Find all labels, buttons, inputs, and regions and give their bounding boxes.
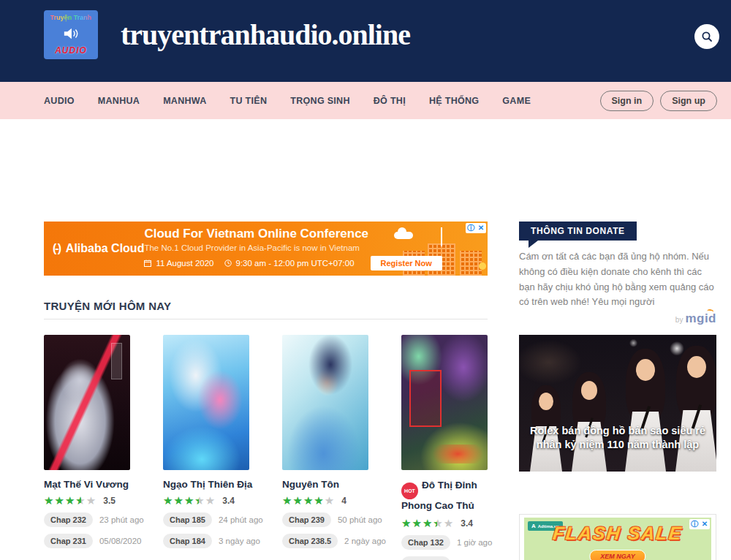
calendar-icon: [144, 260, 151, 267]
search-button[interactable]: [694, 24, 719, 49]
rating-row: ★★★★★★★★★★ 3.4: [401, 518, 488, 529]
photo-figure: [566, 372, 613, 472]
comic-cover[interactable]: [282, 335, 368, 470]
nav-item-manhwa[interactable]: MANHWA: [163, 96, 206, 106]
chapter-row: Chap 132 1 giờ ago: [401, 535, 488, 550]
star-rating[interactable]: ★★★★★★★★★★: [401, 518, 454, 529]
ad-info-icon[interactable]: ⓘ: [466, 223, 476, 233]
sign-in-button[interactable]: Sign in: [600, 91, 654, 111]
hot-badge: HOT: [401, 483, 418, 499]
comic-cover[interactable]: [163, 335, 249, 470]
chapter-time: 23 phút ago: [99, 515, 144, 524]
alibaba-ad-banner[interactable]: (-) Alibaba Cloud Cloud For Vietnam Onli…: [44, 222, 488, 276]
mgid-by-label: by: [675, 316, 683, 324]
sign-up-button[interactable]: Sign up: [660, 91, 717, 111]
rating-value: 3.4: [461, 518, 473, 529]
search-icon: [700, 30, 713, 43]
star-rating[interactable]: ★★★★★★★★★★: [163, 495, 216, 506]
page: Truyện Tranh AUDIO truyentranhaudio.onli…: [0, 0, 731, 560]
chapter-time: 05/08/2020: [99, 537, 142, 545]
ad-choices: ⓘ ✕: [689, 519, 710, 529]
advertiser-name: Alibaba Cloud: [66, 242, 145, 254]
chapter-row: Chap 184 3 ngày ago: [163, 534, 249, 548]
chapter-time: 50 phút ago: [338, 515, 382, 524]
chapter-badge[interactable]: Chap 185: [163, 512, 212, 527]
photo-figure: [618, 349, 673, 472]
comic-cover[interactable]: [44, 335, 130, 470]
section-title: TRUYỆN MỚI HÔM NAY: [44, 300, 171, 312]
mgid-attribution[interactable]: bymgid: [519, 311, 716, 326]
chapter-row: Chap 239 50 phút ago: [282, 512, 368, 527]
ad-info-icon[interactable]: ⓘ: [689, 519, 700, 529]
ad-meta-row: 11 August 2020 9:30 am - 12:00 pm UTC+07…: [144, 256, 442, 270]
chapter-badge[interactable]: Chap 231: [44, 534, 93, 548]
site-logo[interactable]: Truyện Tranh AUDIO: [44, 10, 98, 59]
comic-title[interactable]: HOTĐô Thị Đỉnh Phong Cao Thủ: [401, 479, 488, 512]
star-rating[interactable]: ★★★★★★★★★★: [282, 495, 335, 506]
rating-row: ★★★★★★★★★★ 3.5: [44, 495, 130, 506]
nav-item-audio[interactable]: AUDIO: [44, 96, 75, 106]
nav-item-trong-sinh[interactable]: TRỌNG SINH: [290, 96, 349, 106]
register-now-button[interactable]: Register Now: [371, 256, 442, 270]
nav-item-tu-tien[interactable]: TU TIÊN: [230, 96, 268, 106]
ad-close-icon[interactable]: ✕: [476, 223, 486, 233]
site-title[interactable]: truyentranhaudio.online: [121, 18, 410, 52]
photo-figure: [668, 346, 716, 472]
chapter-time: 3 ngày ago: [219, 537, 260, 545]
new-comics-grid: Mạt Thế Vi Vương ★★★★★★★★★★ 3.5 Chap 232…: [44, 335, 488, 560]
comic-title[interactable]: Nguyên Tôn: [282, 479, 368, 490]
flash-sale-ad-container: A Adtima.vn FLASH SALE XEM NGAY ⓘ ✕: [519, 514, 716, 560]
comic-cover[interactable]: [401, 335, 488, 470]
ad-time: 9:30 am - 12:00 pm UTC+07:00: [236, 259, 355, 268]
flash-sale-ad[interactable]: A Adtima.vn FLASH SALE XEM NGAY ⓘ ✕: [524, 518, 711, 560]
ad-date: 11 August 2020: [156, 259, 213, 268]
ad-subtitle: The No.1 Cloud Provider in Asia-Pacific …: [144, 243, 442, 252]
flash-sale-title: FLASH SALE: [524, 523, 711, 544]
comic-card: HOTĐô Thị Đỉnh Phong Cao Thủ ★★★★★★★★★★ …: [401, 335, 488, 560]
chapter-badge[interactable]: Chap 184: [163, 534, 212, 548]
comic-card: Nguyên Tôn ★★★★★★★★★★ 4 Chap 239 50 phút…: [282, 335, 368, 560]
chapter-badge[interactable]: Chap 131: [401, 556, 450, 560]
logo-text-top: Truyện Tranh: [50, 14, 92, 21]
chapter-badge[interactable]: Chap 238.5: [282, 534, 338, 548]
star-rating[interactable]: ★★★★★★★★★★: [44, 495, 96, 506]
alibaba-logo-mark: (-): [53, 242, 60, 254]
chapter-badge[interactable]: Chap 239: [282, 512, 331, 527]
ad-choices: ⓘ ✕: [466, 223, 486, 233]
comic-card: Ngạo Thị Thiên Địa ★★★★★★★★★★ 3.4 Chap 1…: [163, 335, 249, 560]
rating-value: 3.4: [222, 496, 235, 506]
speaker-icon: [63, 27, 79, 40]
comic-card: Mạt Thế Vi Vương ★★★★★★★★★★ 3.5 Chap 232…: [44, 335, 130, 560]
chapter-row: Chap 231 05/08/2020: [44, 534, 130, 548]
ad-content: Cloud For Vietnam Online Conference The …: [144, 227, 442, 270]
nav-item-do-thi[interactable]: ĐÔ THỊ: [374, 96, 406, 106]
chapter-badge[interactable]: Chap 132: [401, 535, 450, 550]
ad-close-icon[interactable]: ✕: [700, 519, 710, 529]
chapter-time: 1 giờ ago: [457, 538, 492, 547]
header: Truyện Tranh AUDIO truyentranhaudio.onli…: [0, 0, 731, 82]
nav-item-manhua[interactable]: MANHUA: [98, 96, 140, 106]
donate-heading: THÔNG TIN DONATE: [519, 222, 637, 241]
nav-item-he-thong[interactable]: HỆ THỐNG: [429, 96, 479, 106]
xem-ngay-button[interactable]: XEM NGAY: [589, 550, 645, 560]
section-divider: [44, 319, 488, 319]
sponsored-ad-caption[interactable]: Rolex bán đồng hồ bản sao siêu rẻ nhân k…: [519, 424, 716, 452]
nav-item-game[interactable]: GAME: [502, 96, 531, 106]
donate-text: Cám ơn tất cả các bạn đã ủng hộ nhóm. Nế…: [519, 249, 718, 310]
comic-title[interactable]: Ngạo Thị Thiên Địa: [163, 479, 249, 490]
main-nav: AUDIO MANHUA MANHWA TU TIÊN TRỌNG SINH Đ…: [0, 82, 731, 119]
chapter-badge[interactable]: Chap 232: [44, 512, 93, 527]
rating-row: ★★★★★★★★★★ 4: [282, 495, 368, 506]
chapter-row: Chap 232 23 phút ago: [44, 512, 130, 527]
chapter-row: Chap 238.5 2 ngày ago: [282, 534, 368, 548]
chapter-time: 2 ngày ago: [344, 537, 386, 545]
auth-buttons: Sign in Sign up: [600, 82, 718, 119]
advertiser-logo: (-) Alibaba Cloud: [44, 242, 144, 255]
comic-title[interactable]: Mạt Thế Vi Vương: [44, 479, 130, 490]
chapter-row: Chap 131 05/08/2020: [401, 556, 488, 560]
clock-icon: [224, 260, 232, 267]
ad-title: Cloud For Vietnam Online Conference: [144, 227, 442, 241]
mgid-logo: mgid: [685, 311, 716, 325]
logo-text-audio: AUDIO: [55, 45, 87, 56]
chapter-time: 24 phút ago: [219, 515, 263, 524]
